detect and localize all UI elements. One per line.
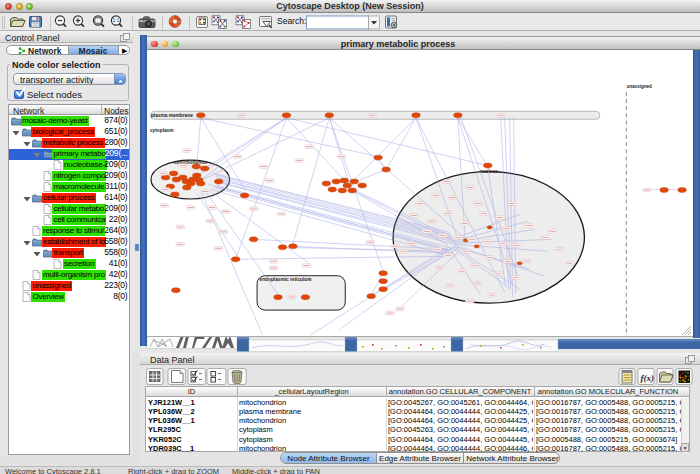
svg-text:unassigned: unassigned bbox=[627, 84, 652, 89]
svg-text:Search:: Search: bbox=[277, 16, 306, 26]
svg-text:1:1: 1:1 bbox=[113, 17, 120, 23]
svg-text:nucleus: nucleus bbox=[480, 169, 498, 174]
svg-text:f(x): f(x) bbox=[641, 373, 655, 383]
svg-text:cytoplasm: cytoplasm bbox=[150, 128, 174, 133]
svg-text:plasma membrane: plasma membrane bbox=[151, 113, 193, 118]
